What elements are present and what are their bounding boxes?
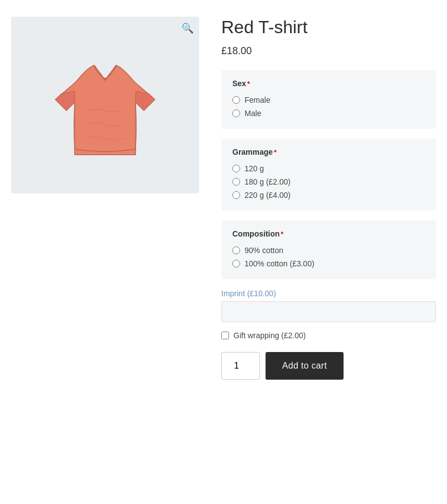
sex-required-star: * xyxy=(247,80,250,88)
grammage-180g-radio[interactable] xyxy=(232,178,240,186)
grammage-180g-option[interactable]: 180 g (£2.00) xyxy=(232,177,425,186)
imprint-label: Imprint (£10.00) xyxy=(221,289,436,298)
add-to-cart-button[interactable]: Add to cart xyxy=(266,352,344,380)
sex-option-group: Sex* Female Male xyxy=(221,70,436,129)
product-price: £18.00 xyxy=(221,45,436,57)
composition-100cotton-option[interactable]: 100% cotton (£3.00) xyxy=(232,259,425,268)
zoom-icon[interactable]: 🔍 xyxy=(181,22,194,34)
sex-female-option[interactable]: Female xyxy=(232,96,425,104)
grammage-220g-option[interactable]: 220 g (£4.00) xyxy=(232,191,425,200)
sex-male-option[interactable]: Male xyxy=(232,109,425,118)
add-to-cart-row: Add to cart xyxy=(221,352,436,380)
composition-90cotton-radio[interactable] xyxy=(232,246,240,254)
grammage-required-star: * xyxy=(274,149,277,156)
quantity-input[interactable] xyxy=(221,352,260,380)
composition-group-title: Composition* xyxy=(232,229,425,238)
product-details: Red T-shirt £18.00 Sex* Female Male Gram… xyxy=(221,17,436,380)
composition-100cotton-radio[interactable] xyxy=(232,260,240,267)
grammage-group-title: Grammage* xyxy=(232,148,425,156)
product-image xyxy=(44,39,166,171)
imprint-input[interactable] xyxy=(221,301,436,322)
gift-wrap-checkbox[interactable] xyxy=(221,332,229,339)
sex-female-radio[interactable] xyxy=(232,96,240,104)
grammage-120g-radio[interactable] xyxy=(232,165,240,172)
imprint-section: Imprint (£10.00) xyxy=(221,289,436,322)
grammage-120g-option[interactable]: 120 g xyxy=(232,164,425,173)
composition-required-star: * xyxy=(281,230,284,238)
sex-male-radio[interactable] xyxy=(232,109,240,117)
sex-group-title: Sex* xyxy=(232,79,425,88)
grammage-220g-radio[interactable] xyxy=(232,191,240,199)
gift-wrap-option[interactable]: Gift wrapping (£2.00) xyxy=(221,331,436,340)
composition-option-group: Composition* 90% cotton 100% cotton (£3.… xyxy=(221,221,436,279)
product-image-container: 🔍 xyxy=(11,17,199,193)
grammage-option-group: Grammage* 120 g 180 g (£2.00) 220 g (£4.… xyxy=(221,139,436,211)
product-page: 🔍 Red T-shirt £18.00 xyxy=(0,0,447,396)
product-title: Red T-shirt xyxy=(221,17,436,38)
composition-90cotton-option[interactable]: 90% cotton xyxy=(232,246,425,255)
